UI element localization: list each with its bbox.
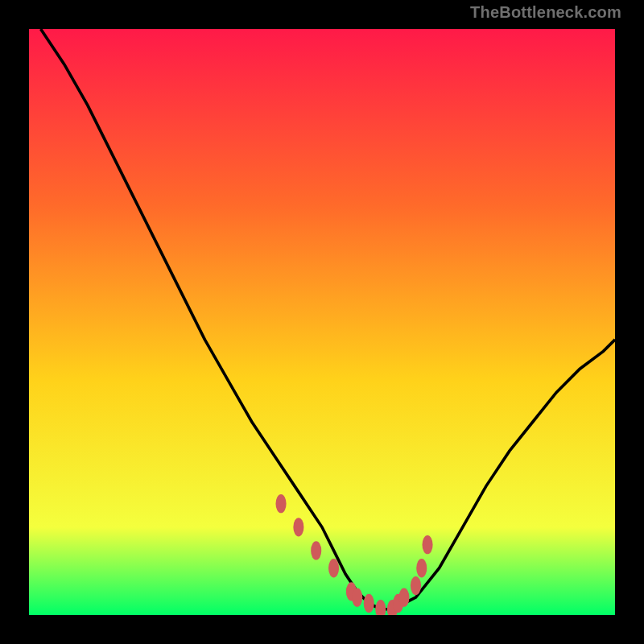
outer-frame: [19, 19, 625, 625]
plot-area: [29, 29, 615, 615]
scatter-point: [364, 594, 374, 613]
scatter-point: [398, 588, 409, 607]
scatter-point: [328, 559, 339, 577]
scatter-point: [352, 588, 362, 607]
scatter-point: [416, 559, 427, 577]
scatter-point: [311, 541, 321, 559]
scatter-point: [275, 494, 286, 513]
scatter-point: [411, 576, 421, 595]
chart-svg: [29, 29, 615, 615]
scatter-point: [422, 535, 432, 554]
scatter-point: [293, 518, 303, 536]
